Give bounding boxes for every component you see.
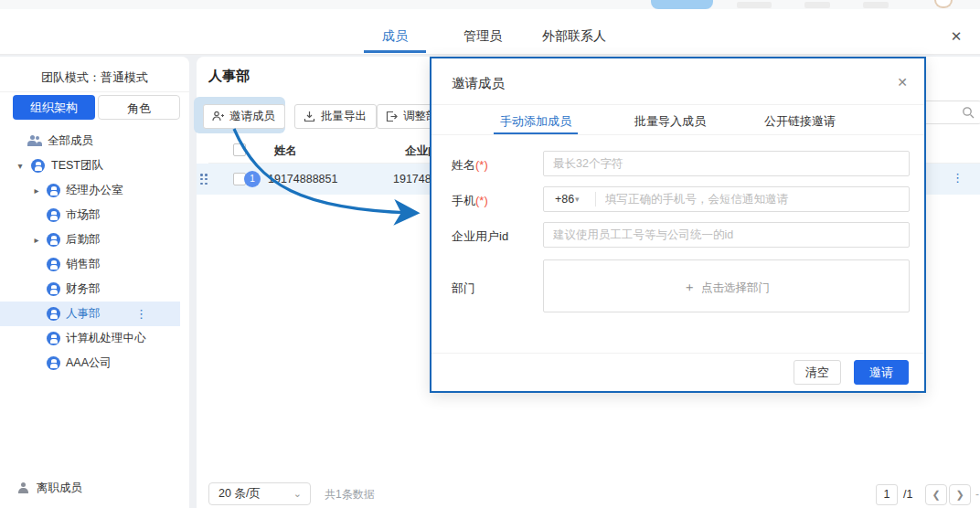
tab-external-contacts[interactable]: 外部联系人 xyxy=(541,22,607,53)
move-out-icon xyxy=(386,111,398,122)
name-input[interactable] xyxy=(543,151,910,176)
department-icon xyxy=(47,356,60,370)
sidebar: 团队模式：普通模式 组织架构 角色 全部成员 ▾ TEST团队 ▸ 经理办公室 … xyxy=(0,57,189,508)
plus-icon: ＋ xyxy=(683,280,696,294)
select-department-button[interactable]: ＋点击选择部门 xyxy=(543,259,910,312)
divider xyxy=(431,104,924,105)
phone-field: +86 ▾ xyxy=(543,186,910,212)
phone-input[interactable] xyxy=(596,187,907,211)
background-remnant-pill xyxy=(651,0,713,9)
column-header-name: 姓名 xyxy=(274,143,297,159)
invite-submit-button[interactable]: 邀请 xyxy=(854,360,909,385)
caret-right-icon[interactable]: ▸ xyxy=(31,178,42,203)
required-marker: (*) xyxy=(475,194,488,207)
divider xyxy=(431,134,924,135)
background-remnant-avatar xyxy=(934,0,953,8)
members-group-icon xyxy=(27,135,42,147)
name-field-label: 姓名(*) xyxy=(452,157,488,174)
next-page-button[interactable]: ❯ xyxy=(949,484,971,505)
user-id-field-label: 企业用户id xyxy=(452,228,508,245)
sidebar-item-finance[interactable]: 财务部 xyxy=(0,277,180,302)
sidebar-item-marketing[interactable]: 市场部 xyxy=(0,203,180,228)
sidebar-item-test-team[interactable]: ▾ TEST团队 xyxy=(0,153,180,178)
department-icon xyxy=(47,233,60,247)
modal-title: 邀请成员 xyxy=(452,75,505,92)
select-department-label: 点击选择部门 xyxy=(701,281,770,294)
divider xyxy=(431,353,924,354)
modal-tab-manual-add[interactable]: 手动添加成员 xyxy=(494,111,578,135)
tab-members[interactable]: 成员 xyxy=(364,22,426,53)
department-icon xyxy=(47,184,60,197)
sidebar-item-hr[interactable]: 人事部 ⋮ xyxy=(0,302,180,326)
tree-item-label: 全部成员 xyxy=(48,129,93,153)
tree-item-label: 后勤部 xyxy=(66,228,101,252)
invite-member-label: 邀请成员 xyxy=(229,110,275,122)
sidebar-item-sales[interactable]: 销售部 xyxy=(0,252,180,277)
tab-admins[interactable]: 管理员 xyxy=(457,22,508,53)
tree-item-label: 销售部 xyxy=(66,252,101,277)
department-icon xyxy=(47,282,60,296)
chevron-down-icon: ⌄ xyxy=(293,483,302,504)
sidebar-item-manager-office[interactable]: ▸ 经理办公室 xyxy=(0,178,180,203)
more-vertical-icon[interactable]: ⋮ xyxy=(135,302,147,326)
page-size-select[interactable]: 20 条/页 ⌄ xyxy=(208,482,311,505)
department-field-label: 部门 xyxy=(452,280,475,297)
department-icon xyxy=(47,258,60,271)
sidebar-item-computer-center[interactable]: 计算机处理中心 xyxy=(0,326,180,351)
department-icon xyxy=(47,332,60,345)
tree-item-label: 人事部 xyxy=(66,302,101,326)
tree-item-label: 计算机处理中心 xyxy=(66,326,146,351)
search-icon xyxy=(962,106,975,122)
caret-down-icon[interactable]: ▾ xyxy=(15,153,26,178)
department-icon xyxy=(31,159,45,173)
sidebar-item-aaa-company[interactable]: AAA公司 xyxy=(0,351,180,376)
background-remnant-bar xyxy=(863,2,889,8)
drag-handle[interactable] xyxy=(200,174,208,185)
person-add-icon xyxy=(212,111,224,122)
role-button[interactable]: 角色 xyxy=(98,95,180,120)
avatar: 1 xyxy=(244,171,261,187)
invite-member-button[interactable]: 邀请成员 xyxy=(203,104,285,129)
clear-button[interactable]: 清空 xyxy=(794,360,841,385)
team-mode-label: 团队模式：普通模式 xyxy=(0,69,189,86)
resigned-label: 离职成员 xyxy=(37,474,82,502)
sidebar-item-logistics[interactable]: ▸ 后勤部 xyxy=(0,228,180,252)
cell-name: 19174888851 xyxy=(268,173,337,185)
background-remnant-bar xyxy=(737,2,772,8)
batch-export-button[interactable]: 批量导出 xyxy=(294,104,377,129)
resigned-person-icon xyxy=(18,482,28,493)
page-title: 人事部 xyxy=(208,68,250,85)
cut-off-element: - xyxy=(975,488,979,501)
page-size-value: 20 条/页 xyxy=(218,487,261,500)
top-tab-bar: 成员 管理员 外部联系人 ✕ xyxy=(0,9,980,55)
tree-item-label: TEST团队 xyxy=(51,153,103,178)
modal-close-icon[interactable]: ✕ xyxy=(894,74,911,90)
phone-field-label: 手机(*) xyxy=(452,193,488,209)
modal-tab-public-link[interactable]: 公开链接邀请 xyxy=(761,111,839,135)
caret-right-icon[interactable]: ▸ xyxy=(31,228,42,252)
current-page-input[interactable]: 1 xyxy=(876,484,898,505)
batch-export-label: 批量导出 xyxy=(321,110,367,122)
background-window-strip xyxy=(0,0,980,9)
tree-item-label: 财务部 xyxy=(66,277,101,302)
sidebar-item-all-members[interactable]: 全部成员 xyxy=(0,129,180,153)
user-id-input[interactable] xyxy=(543,222,910,248)
org-structure-button[interactable]: 组织架构 xyxy=(13,95,95,120)
tree-item-label: 市场部 xyxy=(66,203,101,228)
tree-item-label: AAA公司 xyxy=(66,351,112,376)
department-icon xyxy=(47,208,60,222)
close-icon[interactable]: ✕ xyxy=(947,27,965,46)
country-code-caret-icon[interactable]: ▾ xyxy=(575,187,580,211)
invite-member-modal: 邀请成员 ✕ 手动添加成员 批量导入成员 公开链接邀请 姓名(*) 手机(*) … xyxy=(430,57,926,393)
divider xyxy=(0,91,189,92)
row-more-vertical-icon[interactable]: ⋮ xyxy=(952,171,964,185)
sidebar-item-resigned-members[interactable]: 离职成员 xyxy=(0,474,189,502)
country-code-select[interactable]: +86 xyxy=(555,187,574,211)
tree-item-label: 经理办公室 xyxy=(66,178,123,203)
total-pages-label: /1 xyxy=(903,488,912,501)
select-all-checkbox[interactable] xyxy=(233,143,246,156)
download-icon xyxy=(304,111,315,122)
prev-page-button[interactable]: ❮ xyxy=(925,484,947,505)
modal-tab-batch-import[interactable]: 批量导入成员 xyxy=(629,111,711,135)
department-icon xyxy=(47,307,60,321)
